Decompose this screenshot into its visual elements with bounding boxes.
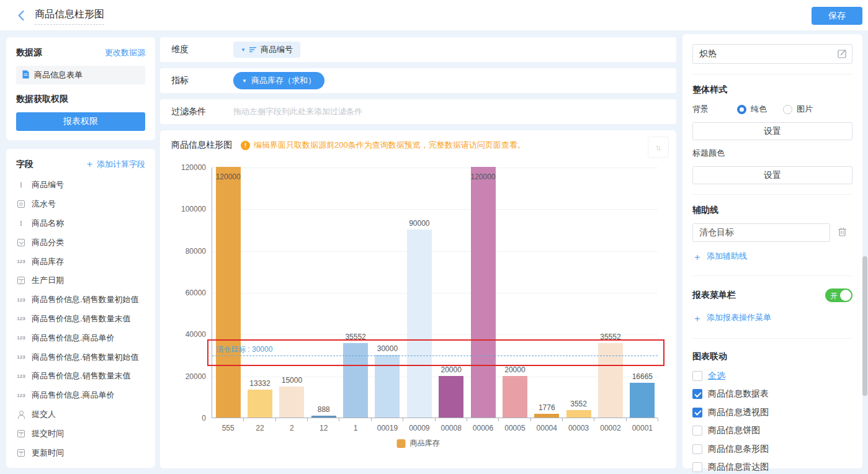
field-item[interactable]: 提交时间 [16,424,145,443]
checkbox-icon [692,444,702,454]
linkage-checkbox[interactable]: 商品信息透视图 [692,408,852,418]
bar-00006[interactable] [471,167,496,418]
linkage-checkbox[interactable]: 商品信息雷达图 [692,462,852,472]
field-item[interactable]: 123商品库存 [16,252,145,271]
dimension-pill[interactable]: ▼ 商品编号 [233,42,300,58]
select-all-checkbox[interactable]: 全选 [692,371,852,381]
field-item[interactable]: I商品编号 [16,176,145,195]
number-field-icon: 123 [16,393,26,398]
field-item[interactable]: 123商品售价信息.商品单价 [16,386,145,405]
x-axis-tick [658,418,658,421]
report-menubar-toggle[interactable]: 开 [825,288,852,302]
bar-value-label: 15000 [267,376,316,385]
x-axis-tick [403,418,403,421]
linkage-checkbox[interactable]: 商品信息饼图 [692,426,852,436]
bar-00001[interactable] [630,383,655,418]
bar-00009[interactable] [407,230,432,418]
plus-icon: ＋ [692,252,702,261]
warning-text: 编辑界面只取数据源前200条作为查询数据预览，完整数据请访问页面查看。 [254,140,526,151]
field-item[interactable]: 123商品售价信息.销售数量末值 [16,367,145,386]
divider [692,74,852,74]
bar-00005[interactable] [503,376,527,418]
x-axis-tick [467,418,467,421]
add-calc-field-link[interactable]: ＋ 添加计算字段 [85,159,145,170]
chart-linkage-title: 图表联动 [692,351,852,362]
dimension-row: 维度 ▼ 商品编号 [160,37,676,62]
field-item[interactable]: 123商品售价信息.销售数量初始值 [16,290,145,310]
bar-2[interactable] [279,387,304,418]
checkbox-icon [692,408,702,418]
checkbox-icon [692,389,702,399]
change-datasource-link[interactable]: 更改数据源 [105,47,145,58]
bar-00003[interactable] [566,410,591,418]
title-color-settings-button[interactable]: 设置 [692,166,852,184]
field-item[interactable]: 流水号 [16,195,145,214]
field-item[interactable]: 商品分类 [16,233,145,252]
field-item[interactable]: 123商品售价信息.商品单价 [16,328,145,347]
datasource-panel: 数据源 更改数据源 商品信息表单 数据获取权限 报表权限 [6,37,155,140]
dimension-label: 维度 [171,44,233,55]
trash-icon[interactable] [838,226,847,239]
checkbox-icon [692,462,702,472]
radio-off-icon [783,105,792,114]
divider [692,338,852,339]
metric-row: 指标 ▼ 商品库存（求和） [160,68,676,93]
chart-panel: 商品信息柱形图 ! 编辑界面只取数据源前200条作为查询数据预览，完整数据请访问… [160,130,676,468]
edit-icon[interactable] [838,49,847,61]
bar-555[interactable] [216,167,241,418]
field-item[interactable]: 生产日期 [16,271,145,290]
bar-00019[interactable] [375,355,400,418]
person-field-icon [16,411,26,418]
report-permission-button[interactable]: 报表权限 [16,112,145,131]
sort-toggle-button[interactable]: ↑↓ [648,136,669,158]
aux-line-name-input[interactable] [692,223,830,242]
bar-22[interactable] [248,390,272,418]
add-aux-line-link[interactable]: ＋添加辅助线 [692,251,852,262]
field-item[interactable]: 123商品售价信息.销售数量末值 [16,310,145,329]
radio-solid-color[interactable]: 纯色 [737,104,767,115]
x-axis-tick [307,418,308,421]
bar-00008[interactable] [439,376,463,418]
field-item[interactable]: I商品名称 [16,214,145,233]
select-field-icon [16,239,26,246]
back-icon[interactable] [15,9,29,22]
bar-1[interactable] [343,343,368,418]
y-axis-tick-label: 20000 [165,372,206,381]
page-scrollbar[interactable] [862,256,867,396]
filter-dropzone[interactable]: 拖动左侧字段到此处来添加过滤条件 [233,106,362,117]
background-settings-button[interactable]: 设置 [692,122,852,140]
plus-icon: ＋ [692,313,702,323]
bar-12[interactable] [311,416,336,418]
field-item[interactable]: 123商品售价信息.销售数量初始值 [16,347,145,367]
reference-line[interactable] [212,356,658,356]
metric-pill[interactable]: ▼ 商品库存（求和） [233,72,324,89]
x-axis-tick [626,418,627,421]
bar-value-label: 30000 [362,344,412,353]
linkage-checkbox[interactable]: 商品信息条形图 [692,444,852,454]
linkage-checkbox[interactable]: 商品信息数据表 [692,389,852,399]
checkbox-icon [692,426,702,436]
y-axis-tick-label: 80000 [165,247,206,256]
reference-line-label: 清仓目标 : 30000 [216,344,272,355]
add-report-menu-link[interactable]: ＋添加报表操作菜单 [692,312,852,323]
preview-warning: ! 编辑界面只取数据源前200条作为查询数据预览，完整数据请访问页面查看。 [241,140,526,151]
report-menubar-title: 报表菜单栏 [692,290,736,301]
sort-lines-icon [249,45,257,55]
fields-title: 字段 [16,159,34,170]
y-axis-tick-label: 0 [165,414,206,423]
field-item[interactable]: 提交人 [16,405,145,424]
bar-00002[interactable] [598,343,623,418]
field-item[interactable]: 更新时间 [16,443,145,462]
datasource-item[interactable]: 商品信息表单 [16,66,145,84]
bar-00004[interactable] [534,414,559,418]
bar-value-label: 90000 [395,219,444,228]
chart-legend[interactable]: 商品库存 [397,438,440,449]
bar-value-label: 3552 [554,400,604,408]
reference-highlight-box [207,339,664,366]
radio-image[interactable]: 图片 [783,104,813,115]
style-panel: 整体样式 背景 纯色 图片 设置 标题颜色 设置 辅助线 ＋添加辅助线 报表菜单… [682,34,862,468]
save-button[interactable]: 保存 [812,7,862,25]
chart-name-input[interactable] [692,44,852,64]
background-label: 背景 [692,104,737,115]
toggle-knob [840,290,851,301]
